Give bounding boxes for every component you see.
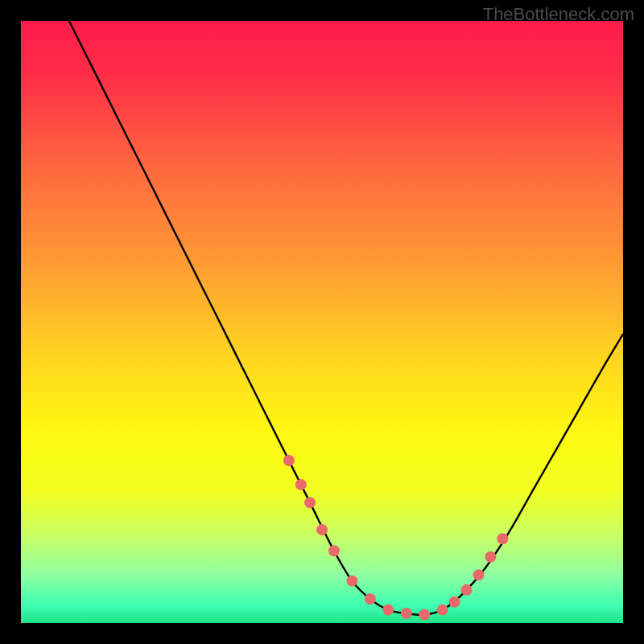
highlight-markers [283, 455, 509, 620]
marker-point [461, 584, 473, 596]
marker-point [437, 605, 448, 616]
marker-point [346, 576, 357, 587]
marker-point [419, 609, 430, 621]
curve-layer [21, 21, 623, 623]
marker-point [304, 497, 316, 508]
marker-point [401, 608, 412, 619]
marker-point [283, 455, 295, 466]
marker-point [473, 569, 484, 580]
marker-point [295, 479, 307, 490]
plot-area [21, 21, 623, 623]
watermark-text: TheBottleneck.com [483, 4, 634, 25]
bottleneck-curve [69, 21, 623, 615]
marker-point [382, 605, 394, 616]
marker-point [316, 524, 328, 535]
marker-point [449, 597, 460, 608]
marker-point [328, 545, 340, 556]
marker-point [497, 533, 508, 544]
marker-point [485, 551, 496, 563]
marker-point [365, 593, 376, 605]
